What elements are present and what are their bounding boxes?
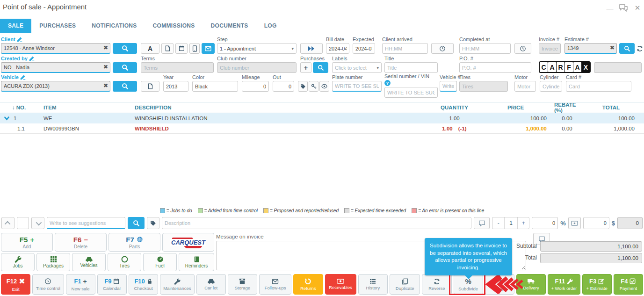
exit-button[interactable]: F12✖ Exit	[1, 274, 30, 295]
tab-log[interactable]: LOG	[256, 19, 285, 33]
delete-line-button[interactable]: F6− Delete	[55, 233, 107, 252]
car-lot-button[interactable]: Car lot	[196, 274, 226, 295]
follow-ups-button[interactable]: Follow-ups	[259, 274, 291, 295]
tab-commissions[interactable]: COMMISSIONS	[145, 19, 203, 33]
client-calendar-button[interactable]	[175, 43, 188, 54]
carquest-button[interactable]: CARQUEST	[162, 233, 214, 252]
client-note-button[interactable]	[161, 43, 174, 54]
vehicle-tag-button[interactable]	[298, 81, 308, 92]
table-cell-item[interactable]: WE	[40, 113, 131, 123]
client-email-button[interactable]	[202, 43, 215, 54]
client-mobile-button[interactable]	[189, 43, 200, 54]
duplicate-button[interactable]: Duplicate	[390, 274, 420, 295]
bill-date-input[interactable]	[326, 43, 349, 54]
table-cell-item[interactable]: DW00999GBN	[40, 123, 131, 134]
move-down-button[interactable]	[31, 217, 44, 229]
maintenances-button[interactable]: Maintenances	[160, 274, 194, 295]
clear-icon[interactable]: ✖	[610, 45, 615, 51]
checkout-button[interactable]: F10 Checkout	[129, 274, 158, 295]
completed-at-clock-button[interactable]	[514, 43, 531, 54]
delivery-button[interactable]: Delivery	[516, 274, 546, 295]
returns-button[interactable]: Returns	[293, 274, 323, 295]
estimate-number-input[interactable]	[564, 43, 617, 54]
client-directory-button[interactable]: A	[141, 43, 159, 54]
move-up-button[interactable]	[1, 217, 14, 229]
reverse-button[interactable]: Reverse	[422, 274, 451, 295]
help-button[interactable]: ? Help	[485, 274, 514, 295]
estimate-search-button[interactable]	[619, 43, 635, 54]
purchases-search-button[interactable]	[313, 62, 328, 73]
edit-icon[interactable]	[20, 74, 26, 80]
tab-documents[interactable]: DOCUMENTS	[203, 19, 256, 33]
plate-number-input[interactable]	[332, 81, 382, 92]
item-tag-button[interactable]	[147, 217, 159, 229]
table-cell-price[interactable]: 1,000.00	[481, 123, 550, 134]
history-button[interactable]: History	[358, 274, 388, 295]
payment-button[interactable]: F4 Payment	[614, 274, 643, 295]
rebate-input[interactable]	[532, 217, 558, 229]
clear-icon[interactable]: ✖	[103, 64, 108, 70]
quantity-plus-button[interactable]: +	[517, 217, 529, 229]
club-number-input[interactable]	[217, 62, 297, 73]
storage-button[interactable]: Storage	[228, 274, 257, 295]
item-comment-button[interactable]	[474, 217, 490, 229]
chat-button[interactable]	[618, 3, 629, 13]
year-input[interactable]	[163, 81, 188, 92]
client-arrived-input[interactable]	[382, 43, 428, 54]
client-search-button[interactable]	[113, 43, 137, 54]
price-input[interactable]	[583, 217, 609, 229]
receivables-button[interactable]: Recevables	[325, 274, 356, 295]
clear-icon[interactable]: ✖	[103, 83, 108, 88]
table-cell-description[interactable]: WINDSHIELD INSTALLATION	[131, 113, 428, 123]
created-by-input[interactable]	[1, 62, 110, 73]
fuel-button[interactable]: Fuel	[143, 253, 177, 271]
table-cell-price[interactable]: 100.00	[481, 113, 550, 123]
packages-button[interactable]: Packages	[36, 253, 70, 271]
tires-input[interactable]	[459, 81, 508, 92]
card-number-input[interactable]	[566, 81, 631, 92]
clear-icon[interactable]: ✖	[103, 45, 108, 51]
vehicle-note-button[interactable]	[141, 81, 159, 92]
column-header-description[interactable]: DESCRIPTION	[131, 102, 428, 113]
close-button[interactable]: ✕	[632, 3, 643, 13]
work-order-button[interactable]: F11 + Work order	[548, 274, 580, 295]
labels-select[interactable]: Click to select▾	[332, 62, 382, 73]
cylinder-input[interactable]	[540, 81, 562, 92]
calendar-button[interactable]: F9 Calendar	[97, 274, 127, 295]
expected-date-input[interactable]	[353, 43, 375, 54]
table-cell-total[interactable]: 100.00	[584, 113, 638, 123]
column-header-no[interactable]: ↓NO.	[0, 102, 40, 113]
line-number-input[interactable]	[17, 217, 29, 229]
time-control-button[interactable]: Time control	[32, 274, 64, 295]
table-cell-rebate[interactable]: 0.00	[550, 113, 584, 123]
terms-input[interactable]	[141, 62, 214, 73]
table-cell-total[interactable]: 1,000.00	[584, 123, 638, 134]
step-select[interactable]: 1 - Appointment▾	[217, 43, 297, 54]
edit-icon[interactable]	[17, 36, 22, 42]
table-cell-rebate[interactable]: 0.00	[550, 123, 584, 134]
vehicle-search-button[interactable]	[113, 81, 137, 92]
out-input[interactable]	[273, 81, 294, 92]
invoice-number-input[interactable]	[539, 43, 561, 54]
item-description-input[interactable]	[162, 217, 471, 229]
tab-notifications[interactable]: NOTIFICATIONS	[84, 19, 145, 33]
item-search-button[interactable]	[128, 217, 145, 229]
table-row-no[interactable]: 1.1	[0, 123, 40, 134]
client-arrived-clock-button[interactable]	[431, 43, 454, 54]
column-header-item[interactable]: ITEM	[40, 102, 131, 113]
percent-toggle[interactable]: %	[560, 220, 566, 227]
client-input[interactable]	[1, 43, 110, 54]
parts-button[interactable]: F7 Parts	[109, 233, 160, 252]
carfax-extra-input[interactable]	[594, 62, 642, 73]
quantity-minus-button[interactable]: -	[492, 217, 504, 229]
edit-icon[interactable]	[29, 56, 35, 61]
tab-purchases[interactable]: PURCHASES	[31, 19, 84, 33]
vehicle-view-button[interactable]	[319, 81, 329, 92]
add-line-button[interactable]: F5+ Add	[1, 233, 53, 252]
jobs-button[interactable]: Jobs	[1, 253, 35, 271]
reminders-button[interactable]: Reminders	[179, 253, 214, 271]
vehicles-button[interactable]: Vehicles	[72, 253, 106, 271]
tab-sale[interactable]: SALE	[0, 19, 31, 33]
mileage-input[interactable]	[242, 81, 269, 92]
color-input[interactable]	[192, 81, 238, 92]
